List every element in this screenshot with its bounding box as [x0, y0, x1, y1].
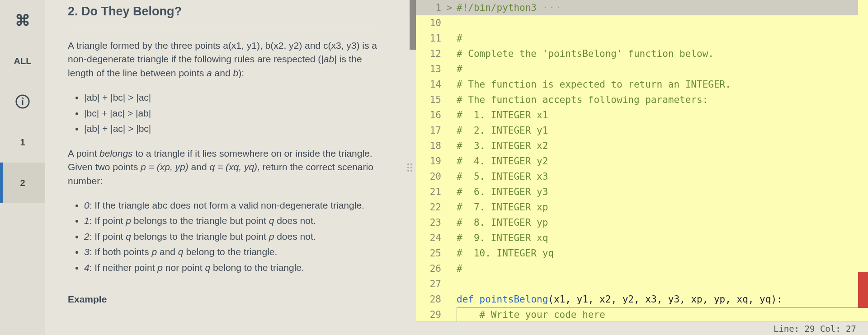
splitter-grip-icon — [407, 163, 412, 172]
code-text[interactable]: # The function accepts following paramet… — [454, 94, 708, 105]
line-number: 1 — [416, 2, 445, 13]
list-item: 0: If the triangle abc does not form a v… — [84, 199, 381, 212]
line-number: 28 — [416, 294, 445, 305]
content-area: 2. Do They Belong? A triangle formed by … — [45, 0, 868, 335]
code-text[interactable]: # — [454, 33, 462, 44]
line-number: 12 — [416, 48, 445, 59]
code-text[interactable]: # 10. INTEGER yq — [454, 248, 554, 259]
nav-rail: ⌘ ALL 1 2 — [0, 0, 45, 335]
code-text[interactable]: # 3. INTEGER x2 — [454, 140, 548, 151]
scenarios-list: 0: If the triangle abc does not form a v… — [68, 199, 381, 275]
code-text[interactable]: # 8. INTEGER yp — [454, 217, 548, 228]
triangle-rules-list: |ab| + |bc| > |ac||bc| + |ac| > |ab||ab|… — [68, 91, 381, 135]
code-text[interactable]: # The function is expected to return an … — [454, 79, 731, 90]
code-text[interactable]: # 9. INTEGER xq — [454, 233, 548, 243]
problem-panel[interactable]: 2. Do They Belong? A triangle formed by … — [45, 0, 403, 335]
code-text[interactable]: # 7. INTEGER xp — [454, 202, 548, 213]
code-line[interactable]: 27 — [416, 276, 868, 292]
editor-status-bar: Line: 29 Col: 27 — [416, 321, 868, 335]
problem-scrollbar-thumb[interactable] — [410, 0, 416, 50]
code-line[interactable]: 18# 3. INTEGER x2 — [416, 138, 868, 154]
nav-info[interactable] — [0, 81, 45, 122]
list-item: |ab| + |bc| > |ac| — [84, 91, 381, 104]
list-item: 3: If both points p and q belong to the … — [84, 245, 381, 259]
code-area[interactable]: 1>#!/bin/python3 ···1011#12# Complete th… — [416, 0, 868, 321]
line-number: 16 — [416, 110, 445, 121]
code-editor[interactable]: 1>#!/bin/python3 ···1011#12# Complete th… — [416, 0, 868, 335]
line-number: 18 — [416, 140, 445, 151]
code-text[interactable]: # 2. INTEGER y1 — [454, 125, 548, 136]
line-number: 11 — [416, 33, 445, 44]
example-heading: Example — [68, 293, 381, 306]
line-number: 10 — [416, 18, 445, 28]
code-line[interactable]: 25# 10. INTEGER yq — [416, 246, 868, 261]
nav-command[interactable]: ⌘ — [0, 0, 45, 41]
line-number: 19 — [416, 156, 445, 167]
nav-all[interactable]: ALL — [0, 41, 45, 81]
nav-question-1[interactable]: 1 — [0, 122, 45, 163]
line-number: 23 — [416, 217, 445, 228]
command-icon: ⌘ — [15, 11, 30, 29]
list-item: |bc| + |ac| > |ab| — [84, 107, 381, 120]
list-item: 1: If point p belongs to the triangle bu… — [84, 214, 381, 228]
line-number: 14 — [416, 79, 445, 90]
code-line[interactable]: 23# 8. INTEGER yp — [416, 215, 868, 230]
code-text[interactable]: # Complete the 'pointsBelong' function b… — [454, 48, 714, 59]
code-line[interactable]: 10 — [416, 15, 868, 31]
line-number: 27 — [416, 279, 445, 289]
list-item: |ab| + |ac| > |bc| — [84, 122, 381, 135]
code-text[interactable]: #!/bin/python3 ··· — [454, 2, 562, 13]
list-item: 4: If neither point p nor point q belong… — [84, 261, 381, 275]
code-line[interactable]: 19# 4. INTEGER y2 — [416, 154, 868, 169]
svg-point-2 — [22, 98, 23, 98]
code-line[interactable]: 22# 7. INTEGER xp — [416, 200, 868, 215]
code-line[interactable]: 20# 5. INTEGER x3 — [416, 169, 868, 184]
nav-q1-label: 1 — [20, 137, 25, 148]
code-line[interactable]: 26# — [416, 261, 868, 276]
code-line[interactable]: 13# — [416, 61, 868, 77]
code-line[interactable]: 29 # Write your code here — [416, 307, 868, 321]
line-number: 15 — [416, 94, 445, 105]
code-line[interactable]: 14# The function is expected to return a… — [416, 77, 868, 92]
code-line[interactable]: 24# 9. INTEGER xq — [416, 230, 868, 246]
fold-toggle-icon[interactable]: > — [445, 2, 454, 13]
code-text[interactable]: # 1. INTEGER x1 — [454, 110, 548, 121]
code-line[interactable]: 17# 2. INTEGER y1 — [416, 123, 868, 138]
line-number: 26 — [416, 263, 445, 274]
belongs-paragraph: A point belongs to a triangle if it lies… — [68, 147, 381, 188]
line-number: 13 — [416, 64, 445, 74]
cursor-position: Line: 29 Col: 27 — [774, 324, 856, 334]
code-line[interactable]: 15# The function accepts following param… — [416, 92, 868, 107]
code-text[interactable]: # 4. INTEGER y2 — [454, 156, 548, 167]
line-number: 20 — [416, 171, 445, 182]
code-text[interactable]: # — [454, 263, 462, 274]
nav-question-2[interactable]: 2 — [0, 163, 45, 203]
problem-body: A triangle formed by the three points a(… — [68, 39, 381, 307]
code-line[interactable]: 1>#!/bin/python3 ··· — [416, 0, 868, 15]
info-icon — [15, 94, 30, 109]
line-number: 29 — [416, 309, 445, 320]
editor-scrollbar[interactable] — [858, 0, 868, 321]
panel-splitter[interactable] — [403, 0, 416, 335]
code-text[interactable]: # — [454, 64, 462, 74]
nav-all-label: ALL — [14, 56, 32, 66]
code-text[interactable]: # 5. INTEGER x3 — [454, 171, 548, 182]
problem-title: 2. Do They Belong? — [68, 5, 381, 25]
editor-scrollbar-thumb[interactable] — [858, 272, 868, 308]
line-number: 21 — [416, 186, 445, 197]
intro-paragraph: A triangle formed by the three points a(… — [68, 39, 381, 80]
code-text[interactable]: def pointsBelong(x1, y1, x2, y2, x3, y3,… — [454, 294, 783, 305]
code-text[interactable]: # 6. INTEGER y3 — [454, 186, 548, 197]
code-line[interactable]: 28def pointsBelong(x1, y1, x2, y2, x3, y… — [416, 292, 868, 307]
line-number: 25 — [416, 248, 445, 259]
code-line[interactable]: 16# 1. INTEGER x1 — [416, 107, 868, 123]
list-item: 2: If point q belongs to the triangle bu… — [84, 230, 381, 243]
nav-q2-label: 2 — [20, 178, 25, 188]
line-number: 22 — [416, 202, 445, 213]
code-line[interactable]: 21# 6. INTEGER y3 — [416, 184, 868, 200]
code-line[interactable]: 12# Complete the 'pointsBelong' function… — [416, 46, 868, 61]
line-number: 17 — [416, 125, 445, 136]
code-line[interactable]: 11# — [416, 31, 868, 46]
code-text[interactable]: # Write your code here — [454, 309, 605, 320]
line-number: 24 — [416, 233, 445, 243]
